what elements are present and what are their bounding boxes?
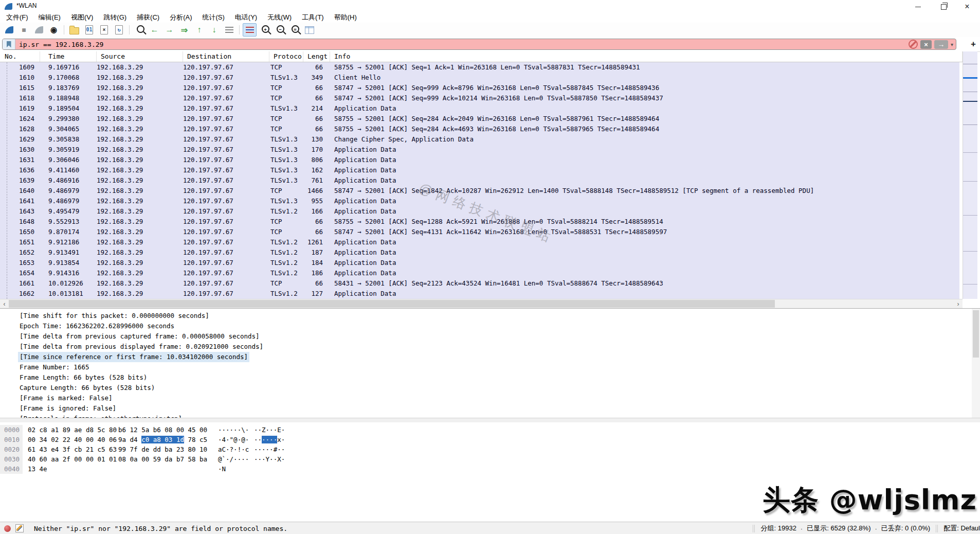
capture-comment-icon[interactable] — [15, 524, 24, 532]
menu-item[interactable]: 视图(V) — [66, 13, 98, 22]
packet-row[interactable]: 166110.012926192.168.3.29120.197.97.67TC… — [0, 278, 959, 289]
go-last-icon[interactable]: ↓ — [207, 23, 221, 37]
packet-row[interactable]: 16109.170068192.168.3.29120.197.97.67TLS… — [0, 73, 959, 83]
column-header-info[interactable]: Info — [330, 51, 963, 62]
expert-info-icon[interactable] — [4, 525, 11, 532]
packet-row[interactable]: 166210.013181192.168.3.29120.197.97.67TL… — [0, 289, 959, 299]
packet-row[interactable]: 16369.411460192.168.3.29120.197.97.67TLS… — [0, 165, 959, 175]
cell-proto: TLSv1.3 — [269, 165, 303, 175]
find-packet-icon[interactable] — [133, 23, 147, 37]
packet-row[interactable]: 16159.183769192.168.3.29120.197.97.67TCP… — [0, 83, 959, 93]
filter-clear-button[interactable]: × — [920, 40, 932, 49]
hex-line[interactable]: 000002 c8 a1 89 ae d8 5c 80b6 12 5a b6 0… — [0, 425, 980, 435]
hex-line[interactable]: 004013 4e·N — [0, 464, 980, 474]
detail-line[interactable]: Frame Length: 66 bytes (528 bits) — [0, 372, 980, 383]
menu-item[interactable]: 捕获(C) — [132, 13, 165, 22]
column-header-no[interactable]: No. — [0, 51, 40, 62]
go-forward-icon[interactable]: → — [162, 23, 176, 37]
scroll-left-arrow[interactable]: ‹ — [0, 299, 9, 308]
horizontal-scroll-thumb[interactable] — [9, 300, 775, 308]
cell-len: 187 — [303, 247, 330, 258]
menu-item[interactable]: 工具(T) — [297, 13, 329, 22]
packet-row[interactable]: 16299.305838192.168.3.29120.197.97.67TLS… — [0, 134, 959, 145]
start-capture-icon[interactable] — [2, 23, 16, 37]
menu-item[interactable]: 帮助(H) — [329, 13, 362, 22]
cell-info: 58747 → 52001 [ACK] Seq=999 Ack=10214 Wi… — [330, 93, 959, 103]
horizontal-scrollbar[interactable]: ‹ › — [0, 299, 963, 308]
menu-item[interactable]: 跳转(G) — [98, 13, 132, 22]
cell-proto: TLSv1.3 — [269, 134, 303, 145]
restore-button[interactable] — [932, 0, 955, 13]
go-first-icon[interactable]: ↑ — [192, 23, 206, 37]
column-header-source[interactable]: Source — [97, 51, 183, 62]
filter-bookmark-icon[interactable] — [3, 39, 15, 49]
packet-row[interactable]: 16529.913491192.168.3.29120.197.97.67TLS… — [0, 247, 959, 258]
detail-line[interactable]: [Time shift for this packet: 0.000000000… — [0, 311, 980, 321]
status-profile[interactable]: 配置: Defaul — [943, 524, 980, 533]
zoom-in-icon[interactable]: + — [258, 23, 271, 37]
details-scroll-thumb[interactable] — [973, 310, 979, 358]
details-vertical-scrollbar[interactable] — [972, 309, 980, 418]
packet-row[interactable]: 16539.913854192.168.3.29120.197.97.67TLS… — [0, 258, 959, 268]
detail-line[interactable]: [Time delta from previous displayed fram… — [0, 342, 980, 352]
add-filter-button[interactable]: + — [971, 39, 976, 49]
detail-line[interactable]: Capture Length: 66 bytes (528 bits) — [0, 383, 980, 393]
go-to-packet-icon[interactable]: ⇒ — [177, 23, 191, 37]
packet-row[interactable]: 16319.306046192.168.3.29120.197.97.67TLS… — [0, 155, 959, 165]
cell-dst: 120.197.97.67 — [183, 289, 269, 299]
filter-apply-button[interactable]: → — [934, 40, 948, 49]
detail-line[interactable]: [Frame is marked: False] — [0, 393, 980, 403]
packet-row[interactable]: 16289.304065192.168.3.29120.197.97.67TCP… — [0, 124, 959, 134]
menu-item[interactable]: 编辑(E) — [33, 13, 66, 22]
packet-row[interactable]: 16509.870174192.168.3.29120.197.97.67TCP… — [0, 227, 959, 237]
menu-item[interactable]: 分析(A) — [165, 13, 197, 22]
packet-row[interactable]: 16199.189504192.168.3.29120.197.97.67TLS… — [0, 103, 959, 114]
cell-src: 192.168.3.29 — [97, 175, 183, 186]
packet-row[interactable]: 16409.486979192.168.3.29120.197.97.67TCP… — [0, 186, 959, 196]
packet-row[interactable]: 16549.914316192.168.3.29120.197.97.67TLS… — [0, 268, 959, 278]
packet-row[interactable]: 16309.305919192.168.3.29120.197.97.67TLS… — [0, 145, 959, 155]
resize-columns-icon[interactable] — [302, 23, 316, 37]
detail-line[interactable]: [Time delta from previous captured frame… — [0, 331, 980, 342]
zoom-out-icon[interactable]: − — [273, 23, 286, 37]
restart-capture-icon[interactable] — [32, 23, 46, 37]
close-button[interactable]: × — [955, 0, 979, 13]
capture-options-icon[interactable]: ◉ — [47, 23, 61, 37]
scroll-right-arrow[interactable]: › — [954, 299, 963, 308]
filter-text[interactable]: ip.sr == 192.168.3.29 — [19, 41, 103, 48]
display-filter-input[interactable]: ip.sr == 192.168.3.29 × → ▾ — [2, 39, 956, 50]
detail-line[interactable]: Frame Number: 1665 — [0, 362, 980, 372]
stop-capture-icon[interactable]: ■ — [17, 23, 31, 37]
detail-line[interactable]: Epoch Time: 1662362202.628996000 seconds — [0, 321, 980, 331]
menu-item[interactable]: 电话(Y) — [230, 13, 262, 22]
close-file-icon[interactable]: × — [97, 23, 111, 37]
column-header-length[interactable]: Lengt — [303, 51, 330, 62]
intelligent-scrollbar[interactable] — [963, 51, 977, 299]
autoscroll-icon[interactable] — [222, 23, 236, 37]
reload-file-icon[interactable]: ↻ — [112, 23, 126, 37]
save-file-icon[interactable]: 01 — [82, 23, 96, 37]
packet-row[interactable]: 16519.912186192.168.3.29120.197.97.67TLS… — [0, 237, 959, 247]
column-header-time[interactable]: Time — [40, 51, 97, 62]
menu-item[interactable]: 文件(F) — [1, 13, 33, 22]
colorize-icon[interactable] — [243, 23, 257, 37]
zoom-reset-icon[interactable]: = — [287, 23, 301, 37]
menu-item[interactable]: 无线(W) — [262, 13, 297, 22]
open-file-icon[interactable] — [67, 23, 81, 37]
hex-line[interactable]: 003040 60 aa 2f 00 00 01 0108 0a 00 59 d… — [0, 454, 980, 464]
hex-line[interactable]: 001000 34 02 22 40 00 40 069a d4 c0 a8 0… — [0, 435, 980, 444]
packet-row[interactable]: 16099.169716192.168.3.29120.197.97.67TCP… — [0, 62, 959, 73]
detail-line[interactable]: [Frame is ignored: False] — [0, 403, 980, 414]
detail-line[interactable]: [Time since reference or first frame: 10… — [0, 352, 980, 362]
packet-row[interactable]: 16399.486916192.168.3.29120.197.97.67TLS… — [0, 175, 959, 186]
menu-item[interactable]: 统计(S) — [197, 13, 229, 22]
packet-row[interactable]: 16189.188948192.168.3.29120.197.97.67TCP… — [0, 93, 959, 103]
go-back-icon[interactable]: ← — [148, 23, 161, 37]
column-header-destination[interactable]: Destination — [183, 51, 269, 62]
filter-dropdown-caret[interactable]: ▾ — [951, 42, 953, 47]
packet-row[interactable]: 16249.299380192.168.3.29120.197.97.67TCP… — [0, 114, 959, 124]
minimize-button[interactable] — [906, 0, 930, 13]
hex-line[interactable]: 002061 43 e4 3f cb 21 c5 6399 7f de dd b… — [0, 444, 980, 454]
cell-len: 166 — [303, 206, 330, 217]
column-header-protocol[interactable]: Protoco — [269, 51, 303, 62]
